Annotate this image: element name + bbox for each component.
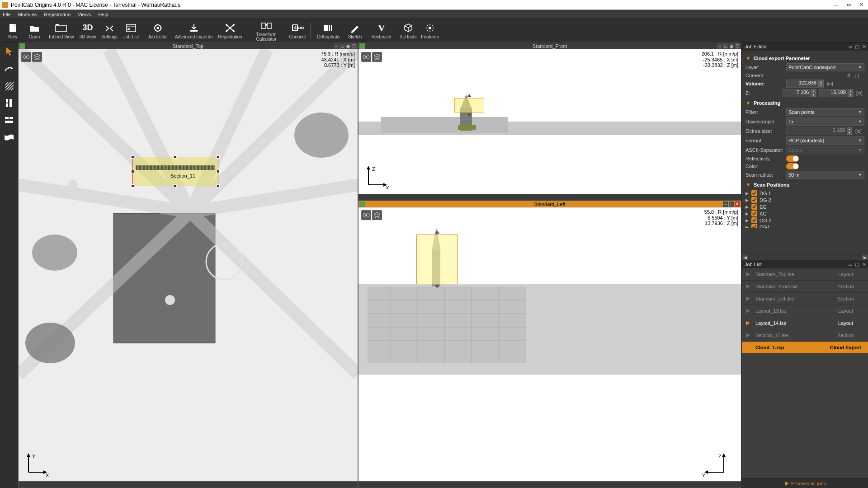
job-list-row[interactable]: Section_11.lseSection (742, 329, 868, 342)
axis-front: ZX (363, 164, 390, 189)
tb-3d-tools[interactable]: 3D tools (397, 19, 419, 42)
tb-vectorizer[interactable]: VVectorizer (366, 19, 397, 42)
popout-icon[interactable]: ▱ (849, 262, 852, 267)
section-cloud-export[interactable]: ▼Cloud export Parameter (745, 55, 864, 61)
filter-combo[interactable]: Scan points▼ (786, 108, 864, 116)
lt-navigate[interactable] (3, 62, 15, 75)
menu-views[interactable]: Views (78, 12, 91, 17)
reflectivity-toggle[interactable] (786, 155, 799, 162)
job-list-header[interactable]: Job List ▱▢✕ (742, 260, 868, 268)
menu-help[interactable]: Help (98, 12, 108, 17)
lt-panorama[interactable] (3, 131, 15, 144)
vp-min-icon[interactable]: – (334, 43, 339, 49)
selection-left[interactable] (416, 235, 458, 284)
restore-icon[interactable]: ▢ (855, 262, 859, 267)
import-icon (188, 22, 200, 34)
selection-front[interactable] (454, 98, 484, 113)
tb-new[interactable]: New (2, 19, 24, 42)
viewport-top-hscroll[interactable] (19, 481, 358, 488)
job-list-row[interactable]: Standard_Top.lseLayout (742, 268, 868, 281)
tb-settings[interactable]: Settings (99, 19, 120, 42)
tb-3d-view[interactable]: 3D3D View (77, 19, 99, 42)
lt-section-vert[interactable] (3, 97, 15, 109)
octree-input[interactable]: 0,100 (786, 127, 853, 135)
scan-radius-combo[interactable]: 50 m▼ (786, 171, 864, 179)
tb-orthophoto[interactable]: Orthophoto (312, 19, 344, 42)
scanpos-checkbox[interactable] (751, 224, 757, 228)
layers-icon[interactable] (372, 52, 382, 62)
job-editor-header[interactable]: Job Editor ▱▢✕ (742, 42, 868, 51)
tb-tabbed-view[interactable]: Tabbed View (45, 19, 77, 42)
eye-icon[interactable] (21, 52, 31, 62)
tb-transform-calculator[interactable]: Transform Calculator (246, 19, 287, 42)
minimize-icon[interactable]: — (834, 2, 839, 8)
eye-icon[interactable] (361, 210, 371, 220)
section-processing[interactable]: ▼Processing (745, 100, 864, 106)
lt-section-horiz[interactable] (3, 114, 15, 127)
layers-icon[interactable] (372, 210, 382, 220)
viewport-front-hscroll[interactable] (359, 194, 741, 200)
job-editor-hscroll[interactable]: ◀▶ (742, 254, 868, 260)
spin-down-icon[interactable]: ▼ (818, 84, 824, 87)
scanpos-checkbox[interactable] (751, 197, 757, 203)
job-list-row[interactable]: Cloud_1.rcpCloud Export (742, 342, 868, 354)
maximize-icon[interactable]: ▭ (847, 2, 851, 8)
svg-text:X: X (386, 185, 389, 189)
eye-icon[interactable] (361, 52, 371, 62)
restore-icon[interactable]: ▢ (855, 44, 859, 50)
close-panel-icon[interactable]: ✕ (862, 262, 866, 267)
job-list-row[interactable]: Layout_13.lseLayout (742, 305, 868, 317)
viewport-left[interactable]: Standard_Left –▢✕ (358, 201, 741, 488)
ascii-combo[interactable]: Space▼ (786, 146, 864, 154)
vp-close-icon[interactable]: ☐ (351, 43, 357, 49)
close-panel-icon[interactable]: ✕ (862, 44, 866, 50)
viewport-front[interactable]: Standard_Front –▢▣☐ (358, 42, 741, 201)
downsample-combo[interactable]: 1x▼ (786, 117, 864, 126)
scan-left-image (359, 207, 741, 481)
lt-hatch[interactable] (3, 80, 15, 92)
scanpos-checkbox[interactable] (751, 217, 757, 223)
svg-rect-10 (190, 30, 198, 32)
popout-icon[interactable]: ▱ (849, 44, 852, 50)
tb-sketch[interactable]: Sketch (344, 19, 366, 42)
close-icon[interactable]: ✕ (859, 2, 863, 8)
layer-combo[interactable]: PointCabCloudexport▼ (786, 63, 864, 71)
selection-section-11[interactable]: Section_11 (132, 157, 218, 186)
viewport-left-hscroll[interactable] (359, 481, 741, 488)
tb-job-list[interactable]: Job List (120, 19, 142, 42)
svg-text:X: X (46, 473, 49, 477)
svg-point-21 (5, 70, 6, 71)
scan-positions-tree[interactable]: ▶DG 1 ▶DG 2 ▶EG ▶KG ▶OG 2 ▶OG1 (745, 190, 864, 228)
menu-registration[interactable]: Registration (44, 12, 71, 17)
layers-icon[interactable] (32, 52, 42, 62)
scanpos-checkbox[interactable] (751, 211, 757, 216)
scanpos-checkbox[interactable] (751, 190, 757, 196)
tb-features[interactable]: Features (419, 19, 441, 42)
job-list-row[interactable]: Standard_Front.lseSection (742, 281, 868, 293)
svg-rect-16 (267, 23, 271, 28)
selection-label: Section_11 (170, 173, 195, 178)
format-combo[interactable]: RCP (Autodesk)▼ (786, 136, 864, 145)
tb-open[interactable]: Open (24, 19, 45, 42)
viewport-left-titlebar[interactable]: Standard_Left –▢✕ (359, 201, 741, 207)
lt-pointer[interactable] (3, 45, 15, 58)
tb-registration[interactable]: Registration (214, 19, 246, 42)
tb-advanced-importer[interactable]: Advanced Importer (174, 19, 214, 42)
spin-up-icon[interactable]: ▲ (818, 80, 824, 84)
vp-max-icon[interactable]: ▢ (340, 43, 345, 49)
job-list-row[interactable]: Standard_Left.lseSection (742, 293, 868, 305)
vp-max2-icon[interactable]: ▣ (345, 43, 351, 49)
process-all-jobs-button[interactable]: Process all jobs (742, 478, 868, 488)
tb-job-editor[interactable]: Job Editor (142, 19, 174, 42)
viewport-top-titlebar[interactable]: Standard_Top –▢▣☐ (19, 43, 358, 49)
menu-file[interactable]: File (3, 12, 11, 17)
svg-point-12 (233, 24, 235, 26)
menu-modules[interactable]: Modules (18, 12, 37, 17)
scanpos-checkbox[interactable] (751, 204, 757, 210)
viewport-front-titlebar[interactable]: Standard_Front –▢▣☐ (359, 43, 741, 49)
section-scan-positions[interactable]: ▼Scan Positions (745, 182, 864, 188)
color-toggle[interactable] (786, 163, 799, 169)
tb-connect[interactable]: 4CADConnect (287, 19, 308, 42)
job-list-row[interactable]: Layout_14.lseLayout (742, 317, 868, 329)
viewport-top[interactable]: Standard_Top –▢▣☐ (18, 42, 358, 488)
